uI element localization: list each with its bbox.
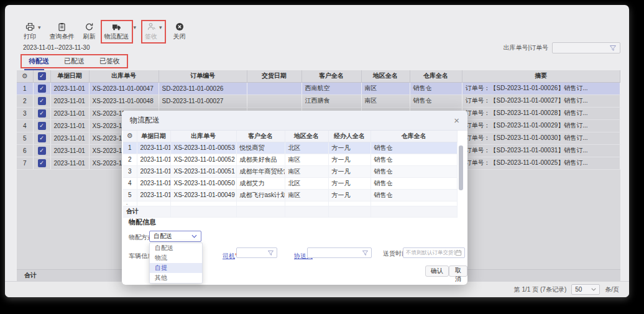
method-option[interactable]: 自配送 — [150, 243, 202, 253]
sign-annotation-box: 签收 ▾ — [141, 20, 166, 44]
page-info: 第 1/1 页 (7条记录) — [514, 285, 566, 294]
refresh-button[interactable]: 刷新 — [82, 22, 97, 42]
col-header[interactable]: 仓库全名 — [370, 131, 458, 142]
delivery-time-input[interactable]: 不填则默认订单交货日期 — [403, 247, 465, 258]
cell-date: 2023-11-01 — [137, 165, 170, 177]
cell-summary: 订单号：【SD-2023-11-01-00025】销售订... — [462, 157, 620, 169]
page-size-select[interactable]: 50 — [571, 284, 600, 295]
method-option[interactable]: 其他 — [150, 273, 202, 283]
cell-date: 2023-11-01 — [50, 132, 89, 144]
print-button[interactable]: 打印 — [22, 22, 37, 42]
cell-region: 南区 — [285, 154, 328, 165]
sign-caret-icon[interactable]: ▾ — [159, 24, 162, 30]
modal-table-scrollbar[interactable] — [459, 145, 463, 190]
tab-delivered[interactable]: 已配送 — [64, 57, 85, 66]
col-header[interactable]: 单据日期 — [50, 70, 89, 82]
cell-customer: 悦悦商贸 — [236, 142, 285, 154]
col-header[interactable]: 订单编号 — [159, 70, 247, 82]
delivery-method-select[interactable]: 自配送 — [149, 231, 201, 242]
col-header[interactable]: 客户全名 — [236, 131, 285, 142]
table-row[interactable]: 1 ✓ 2023-11-01 XS-2023-11-01-00047 SD-20… — [17, 82, 620, 95]
tab-pending-delivery[interactable]: 待配送 — [29, 57, 49, 66]
outbound-order-link[interactable]: XS-2023-11-01-00047 — [89, 82, 159, 95]
driver-field-label[interactable]: 司机* — [223, 249, 237, 261]
cell-warehouse: 销售仓 — [370, 154, 458, 165]
cell-date: 2023-11-01 — [50, 95, 89, 107]
row-number: 5 — [17, 132, 33, 144]
col-header[interactable]: 交货日期 — [247, 70, 301, 82]
outbound-order-link[interactable]: XS-2023-11-01-00053 — [170, 142, 236, 154]
modal-header: 物流配送 × — [122, 111, 467, 131]
row-checkbox[interactable]: ✓ — [38, 122, 46, 130]
col-header[interactable]: 客户全名 — [301, 70, 361, 82]
table-row[interactable]: 2 ✓ 2023-11-01 XS-2023-11-01-00048 SD-20… — [17, 95, 620, 107]
cell-summary: 订单号：【SD-2023-11-01-00026】销售订... — [462, 82, 620, 95]
modal-total-row: 合计 — [123, 206, 458, 217]
row-number: 3 — [123, 165, 137, 177]
col-header[interactable]: 地区全名 — [361, 70, 410, 82]
row-checkbox[interactable]: ✓ — [38, 147, 46, 155]
outbound-order-link[interactable]: XS-2023-11-01-00052 — [170, 154, 236, 165]
cell-warehouse: 销售仓 — [370, 165, 458, 177]
modal-close-icon[interactable]: × — [454, 116, 459, 125]
co-deliverer-input[interactable] — [307, 247, 372, 258]
driver-link: 司机 — [223, 252, 235, 259]
close-button[interactable]: 关闭 — [172, 22, 187, 42]
col-header[interactable]: 出库单号 — [170, 131, 236, 142]
row-checkbox[interactable]: ✓ — [38, 85, 46, 93]
print-caret-icon[interactable]: ▾ — [38, 24, 41, 30]
col-header[interactable]: 地区全名 — [285, 131, 328, 142]
query-conditions-button[interactable]: 查询条件 — [48, 22, 76, 42]
cell-date: 2023-11-01 — [50, 107, 89, 119]
order-filter: 出库单号|订单号 — [503, 42, 620, 53]
col-header[interactable]: 出库单号 — [89, 70, 159, 82]
outbound-order-link[interactable]: XS-2023-11-01-00049 — [170, 189, 236, 201]
row-checkbox[interactable]: ✓ — [38, 159, 46, 167]
funnel-icon — [362, 250, 369, 256]
outbound-order-link[interactable]: XS-2023-11-01-00048 — [89, 95, 159, 107]
row-checkbox[interactable]: ✓ — [38, 97, 46, 105]
cell-customer: 成都美好食品 — [236, 154, 285, 165]
modal-table: ⚙ 单据日期 出库单号 客户全名 地区全名 经办人全名 仓库全名 1 2023-… — [123, 131, 458, 218]
method-option[interactable]: 自提 — [150, 263, 202, 273]
per-page-label: 条/页 — [605, 285, 619, 294]
driver-input[interactable] — [236, 247, 277, 258]
cell-region: 南区 — [361, 82, 410, 95]
col-header[interactable]: 经办人全名 — [328, 131, 370, 142]
cell-customer: 西南航空 — [301, 82, 361, 95]
row-checkbox[interactable]: ✓ — [38, 134, 46, 142]
cell-customer: 成都年年商贸经营部 — [236, 165, 285, 177]
select-all-checkbox[interactable]: ✓ — [38, 72, 46, 80]
gear-icon[interactable]: ⚙ — [22, 72, 28, 80]
logistics-delivery-button[interactable]: 物流配送 — [103, 22, 131, 42]
col-header[interactable]: 仓库全名 — [410, 70, 462, 82]
confirm-button[interactable]: 确认 — [425, 266, 449, 277]
sales-order-link[interactable]: SD-2023-11-01-00027 — [159, 95, 247, 107]
col-header[interactable]: 单据日期 — [137, 131, 170, 142]
table-row[interactable]: 3 2023-11-01 XS-2023-11-01-00051 成都年年商贸经… — [123, 165, 458, 177]
order-filter-input[interactable] — [552, 42, 620, 53]
tab-signed[interactable]: 已签收 — [99, 57, 120, 66]
row-checkbox[interactable]: ✓ — [38, 109, 46, 118]
table-row[interactable]: 4 2023-11-01 XS-2023-11-01-00050 成都艾力 北区… — [123, 177, 458, 189]
cell-warehouse: 销售仓 — [370, 177, 458, 189]
table-row[interactable]: 1 2023-11-01 XS-2023-11-01-00053 悦悦商贸 北区… — [123, 142, 458, 154]
gear-icon[interactable]: ⚙ — [127, 132, 133, 139]
cancel-button[interactable]: 取消 — [449, 266, 467, 277]
table-row[interactable]: 2 2023-11-01 XS-2023-11-01-00052 成都美好食品 … — [123, 154, 458, 165]
cell-date: 2023-11-01 — [137, 154, 170, 165]
cell-summary: 订单号：【SD-2023-11-01-00029】销售订... — [462, 119, 620, 132]
col-header[interactable]: 摘要 — [462, 70, 620, 82]
method-option[interactable]: 物流 — [150, 253, 202, 263]
table-row[interactable]: 5 2023-11-01 XS-2023-11-01-00049 成都飞行ask… — [123, 189, 458, 201]
cell-warehouse: 销售仓 — [410, 82, 462, 95]
clipboard-icon — [57, 22, 67, 31]
logistics-caret-icon[interactable]: ▾ — [134, 24, 137, 30]
delivery-method-dropdown: 自配送 物流 自提 其他 — [149, 242, 203, 284]
logistics-info-section-title: 物配信息 — [129, 218, 156, 227]
sign-receipt-button[interactable]: 签收 — [144, 22, 159, 42]
sales-order-link[interactable]: SD-2023-11-01-00026 — [159, 82, 247, 95]
outbound-order-link[interactable]: XS-2023-11-01-00050 — [170, 177, 236, 189]
outbound-order-link[interactable]: XS-2023-11-01-00051 — [170, 165, 236, 177]
cell-warehouse: 销售仓 — [370, 142, 458, 154]
